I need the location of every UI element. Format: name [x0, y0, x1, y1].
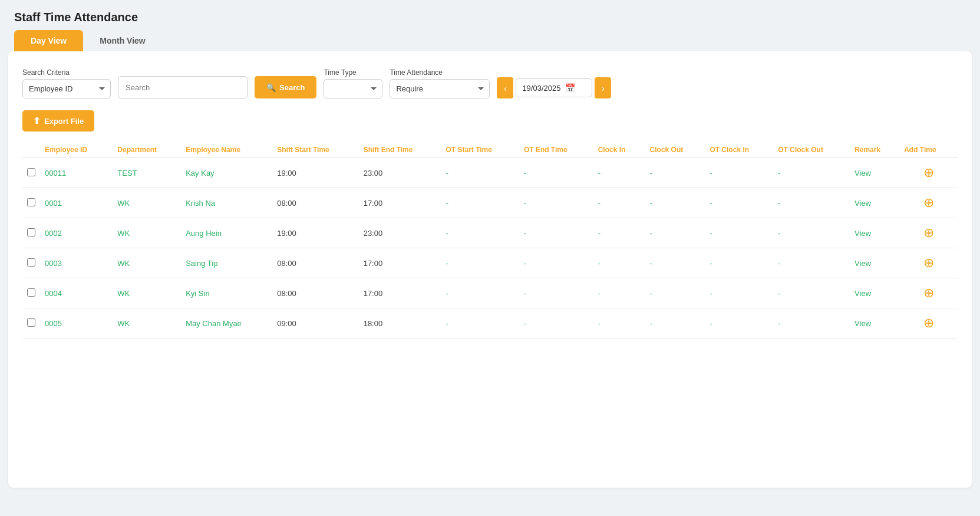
- cell-clock-out: -: [645, 308, 705, 338]
- cell-ot-clock-out: -: [773, 308, 850, 338]
- cell-clock-in: -: [593, 158, 645, 188]
- next-date-button[interactable]: ›: [595, 77, 611, 98]
- row-checkbox[interactable]: [27, 288, 35, 297]
- row-checkbox-cell[interactable]: [22, 218, 40, 248]
- cell-ot-clock-in: -: [705, 278, 773, 308]
- filter-row: Search Criteria Employee ID 🔍 Search Tim…: [22, 65, 958, 98]
- th-clock-out: Clock Out: [645, 142, 705, 158]
- cell-clock-out: -: [645, 158, 705, 188]
- cell-dept: WK: [113, 278, 181, 308]
- row-checkbox[interactable]: [27, 228, 35, 236]
- cell-clock-out: -: [645, 188, 705, 218]
- cell-shift-end: 17:00: [359, 248, 441, 278]
- th-ot-start: OT Start Time: [441, 142, 519, 158]
- cell-shift-end: 17:00: [359, 278, 441, 308]
- cell-remark-view[interactable]: View: [850, 188, 899, 218]
- calendar-icon[interactable]: 📅: [565, 83, 575, 93]
- row-checkbox-cell[interactable]: [22, 188, 40, 218]
- attendance-table-wrap: Employee ID Department Employee Name Shi…: [22, 142, 958, 338]
- cell-clock-out: -: [645, 218, 705, 248]
- row-checkbox-cell[interactable]: [22, 248, 40, 278]
- cell-name: Kyi Sin: [181, 278, 272, 308]
- cell-name: Aung Hein: [181, 218, 272, 248]
- row-checkbox[interactable]: [27, 198, 35, 206]
- cell-ot-start: -: [441, 218, 519, 248]
- th-shift-end: Shift End Time: [359, 142, 441, 158]
- cell-ot-clock-out: -: [773, 158, 850, 188]
- search-button[interactable]: 🔍 Search: [255, 76, 316, 98]
- cell-ot-end: -: [519, 248, 593, 278]
- tabs-bar: Day View Month View: [0, 30, 980, 51]
- cell-add-time[interactable]: ⊕: [899, 308, 958, 338]
- cell-remark-view[interactable]: View: [850, 158, 899, 188]
- cell-ot-start: -: [441, 248, 519, 278]
- cell-clock-in: -: [593, 308, 645, 338]
- tab-day-view[interactable]: Day View: [14, 30, 83, 51]
- cell-clock-in: -: [593, 218, 645, 248]
- row-checkbox[interactable]: [27, 318, 35, 327]
- cell-ot-clock-in: -: [705, 248, 773, 278]
- tab-month-view[interactable]: Month View: [83, 30, 162, 51]
- cell-ot-clock-out: -: [773, 188, 850, 218]
- cell-dept: TEST: [113, 158, 181, 188]
- date-navigator: ‹ 19/03/2025 📅 ›: [497, 77, 611, 98]
- export-file-button[interactable]: ⬆ Export File: [22, 110, 94, 132]
- prev-date-button[interactable]: ‹: [497, 77, 513, 98]
- export-icon: ⬆: [33, 116, 41, 126]
- cell-add-time[interactable]: ⊕: [899, 158, 958, 188]
- search-criteria-select[interactable]: Employee ID: [22, 79, 111, 98]
- date-nav-group: ‹ 19/03/2025 📅 ›: [497, 67, 611, 98]
- cell-remark-view[interactable]: View: [850, 308, 899, 338]
- table-row: 0002 WK Aung Hein 19:00 23:00 - - - - - …: [22, 218, 958, 248]
- cell-add-time[interactable]: ⊕: [899, 248, 958, 278]
- attendance-table: Employee ID Department Employee Name Shi…: [22, 142, 958, 338]
- export-btn-label: Export File: [44, 117, 84, 126]
- cell-ot-end: -: [519, 158, 593, 188]
- th-checkbox: [22, 142, 40, 158]
- time-attendance-label: Time Attendance: [390, 68, 490, 77]
- cell-clock-in: -: [593, 188, 645, 218]
- cell-emp-id: 0001: [40, 188, 113, 218]
- cell-clock-in: -: [593, 248, 645, 278]
- row-checkbox[interactable]: [27, 258, 35, 267]
- page-title: Staff Time Attendance: [0, 0, 980, 30]
- cell-add-time[interactable]: ⊕: [899, 218, 958, 248]
- row-checkbox-cell[interactable]: [22, 278, 40, 308]
- cell-clock-out: -: [645, 278, 705, 308]
- cell-name: May Chan Myae: [181, 308, 272, 338]
- cell-emp-id: 00011: [40, 158, 113, 188]
- search-criteria-group: Search Criteria Employee ID: [22, 68, 111, 98]
- cell-add-time[interactable]: ⊕: [899, 278, 958, 308]
- th-ot-clock-out: OT Clock Out: [773, 142, 850, 158]
- time-type-select[interactable]: [324, 79, 382, 98]
- cell-add-time[interactable]: ⊕: [899, 188, 958, 218]
- row-checkbox-cell[interactable]: [22, 308, 40, 338]
- cell-ot-clock-out: -: [773, 278, 850, 308]
- cell-remark-view[interactable]: View: [850, 218, 899, 248]
- row-checkbox-cell[interactable]: [22, 158, 40, 188]
- cell-shift-start: 08:00: [272, 188, 358, 218]
- search-input-group: [118, 65, 248, 98]
- th-ot-end: OT End Time: [519, 142, 593, 158]
- cell-shift-start: 09:00: [272, 308, 358, 338]
- cell-emp-id: 0002: [40, 218, 113, 248]
- table-row: 0004 WK Kyi Sin 08:00 17:00 - - - - - - …: [22, 278, 958, 308]
- table-row: 0001 WK Krish Na 08:00 17:00 - - - - - -…: [22, 188, 958, 218]
- row-checkbox[interactable]: [27, 168, 35, 176]
- time-attendance-select[interactable]: Require: [390, 79, 490, 98]
- cell-name: Saing Tip: [181, 248, 272, 278]
- time-type-group: Time Type: [324, 68, 382, 98]
- cell-shift-start: 08:00: [272, 278, 358, 308]
- search-icon: 🔍: [266, 83, 276, 92]
- search-input[interactable]: [118, 76, 248, 98]
- cell-shift-start: 19:00: [272, 218, 358, 248]
- th-employee-name: Employee Name: [181, 142, 272, 158]
- th-employee-id: Employee ID: [40, 142, 113, 158]
- cell-remark-view[interactable]: View: [850, 248, 899, 278]
- search-btn-group: 🔍 Search: [255, 65, 316, 98]
- th-clock-in: Clock In: [593, 142, 645, 158]
- cell-ot-clock-out: -: [773, 218, 850, 248]
- cell-ot-start: -: [441, 188, 519, 218]
- cell-ot-clock-in: -: [705, 308, 773, 338]
- cell-remark-view[interactable]: View: [850, 278, 899, 308]
